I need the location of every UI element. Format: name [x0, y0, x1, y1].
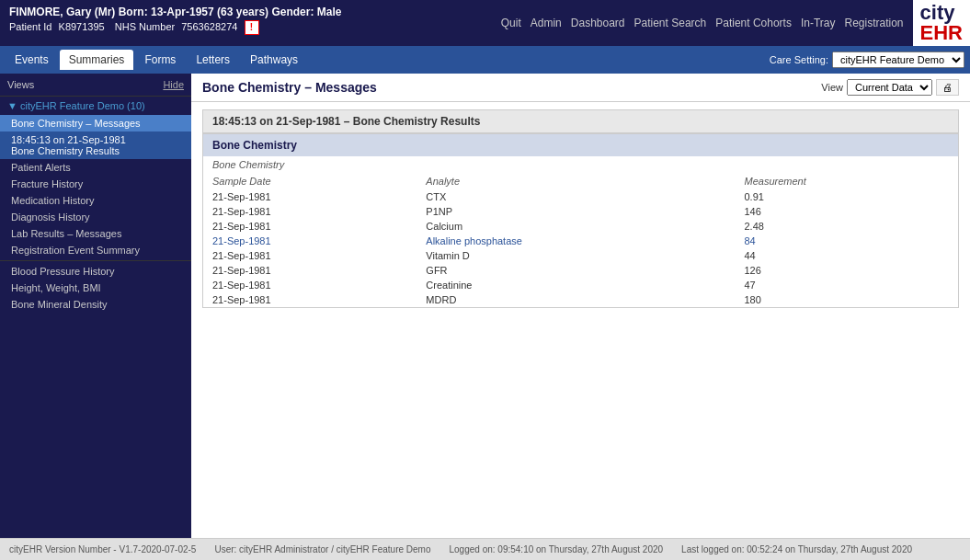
sidebar-item-bone-chemistry-messages[interactable]: Bone Chemistry – Messages [0, 115, 191, 131]
sidebar-item-diagnosis-history[interactable]: Diagnosis History [0, 209, 191, 225]
version-text: cityEHR Version Number - V1.7-2020-07-02… [9, 544, 196, 554]
table-row: 21-Sep-1981P1NP146 [203, 204, 958, 219]
nhs-label: NHS Number [115, 21, 175, 32]
care-setting-label: Care Setting: [770, 54, 828, 65]
logo: city EHR [913, 0, 970, 46]
patient-age: (63 years) [217, 6, 268, 18]
print-button[interactable]: 🖨 [936, 79, 959, 96]
tab-events[interactable]: Events [6, 50, 58, 70]
user-text: User: cityEHR Administrator / cityEHR Fe… [214, 544, 430, 554]
logo-ehr: EHR [920, 21, 963, 44]
table-header-row: Sample Date Analyte Measurement [203, 173, 958, 189]
quit-link[interactable]: Quit [501, 17, 521, 29]
table-row: 21-Sep-1981GFR126 [203, 263, 958, 278]
view-label: View [821, 82, 843, 93]
sidebar-item-height-weight[interactable]: Height, Weight, BMI [0, 280, 191, 296]
content-area: Bone Chemistry – Messages View Current D… [191, 74, 970, 538]
admin-link[interactable]: Admin [531, 17, 562, 29]
col-measurement: Measurement [736, 173, 959, 189]
nav-right: Quit Admin Dashboard Patient Search Pati… [492, 0, 913, 46]
table-row: 21-Sep-1981Creatinine47 [203, 278, 958, 292]
sidebar-item-blood-pressure[interactable]: Blood Pressure History [0, 263, 191, 280]
top-nav: Events Summaries Forms Letters Pathways … [0, 46, 970, 74]
table-row: 21-Sep-1981Alkaline phosphatase84 [203, 234, 958, 248]
logged-on-text: Logged on: 09:54:10 on Thursday, 27th Au… [450, 544, 664, 554]
tab-pathways[interactable]: Pathways [241, 50, 307, 70]
nhs-value: 7563628274 [181, 21, 237, 32]
patient-ids: Patient Id K8971395 NHS Number 756362827… [9, 20, 483, 35]
tab-summaries[interactable]: Summaries [60, 50, 134, 70]
bone-chem-title: Bone Chemistry [203, 134, 958, 156]
sidebar-item-registration-event[interactable]: Registration Event Summary [0, 242, 191, 258]
bone-chem-box: Bone Chemistry Bone Chemistry Sample Dat… [202, 133, 959, 308]
table-body: 21-Sep-1981CTX0.9121-Sep-1981P1NP14621-S… [203, 189, 958, 307]
hide-link[interactable]: Hide [163, 79, 184, 90]
warning-icon: ! [245, 20, 259, 35]
views-label: Views [7, 79, 34, 90]
sidebar-section-label: cityEHR Feature Demo (10) [20, 100, 145, 111]
patient-cohorts-link[interactable]: Patient Cohorts [715, 17, 792, 29]
sidebar-header: Views Hide [0, 74, 191, 97]
last-logged-text: Last logged on: 00:52:24 on Thursday, 27… [681, 544, 912, 554]
patient-born: Born: 13-Apr-1957 [119, 6, 214, 18]
table-row: 21-Sep-1981CTX0.91 [203, 189, 958, 204]
statusbar: cityEHR Version Number - V1.7-2020-07-02… [0, 538, 970, 560]
patient-id-label: Patient Id [9, 21, 51, 32]
sidebar-item-medication-history[interactable]: Medication History [0, 192, 191, 209]
sidebar-item-patient-alerts[interactable]: Patient Alerts [0, 159, 191, 176]
sidebar-item-bone-mineral[interactable]: Bone Mineral Density [0, 296, 191, 313]
sidebar-section[interactable]: ▼ cityEHR Feature Demo (10) [0, 97, 191, 115]
patient-gender: Gender: Male [271, 6, 341, 18]
registration-link[interactable]: Registration [845, 17, 904, 29]
header: FINMORE, Gary (Mr) Born: 13-Apr-1957 (63… [0, 0, 970, 46]
patient-search-link[interactable]: Patient Search [634, 17, 707, 29]
sidebar-item-lab-results[interactable]: Lab Results – Messages [0, 225, 191, 242]
sidebar-item-bone-results[interactable]: 18:45:13 on 21-Sep-1981Bone Chemistry Re… [0, 131, 191, 159]
col-analyte: Analyte [417, 173, 735, 189]
view-controls: View Current Data 🖨 [821, 79, 959, 96]
patient-name-text: FINMORE, Gary (Mr) [9, 6, 115, 18]
message-section: 18:45:13 on 21-Sep-1981 – Bone Chemistry… [202, 109, 959, 308]
patient-name: FINMORE, Gary (Mr) Born: 13-Apr-1957 (63… [9, 6, 483, 18]
patient-id-value: K8971395 [59, 21, 105, 32]
sidebar-item-fracture-history[interactable]: Fracture History [0, 176, 191, 192]
col-sample-date: Sample Date [203, 173, 417, 189]
sidebar: Views Hide ▼ cityEHR Feature Demo (10) B… [0, 74, 191, 538]
page-title: Bone Chemistry – Messages [202, 80, 377, 95]
dashboard-link[interactable]: Dashboard [571, 17, 625, 29]
table-row: 21-Sep-1981MDRD180 [203, 292, 958, 307]
care-setting-select[interactable]: cityEHR Feature Demo [832, 51, 964, 68]
content-header: Bone Chemistry – Messages View Current D… [191, 74, 970, 102]
message-date-header: 18:45:13 on 21-Sep-1981 – Bone Chemistry… [202, 109, 959, 133]
view-select[interactable]: Current Data [847, 79, 932, 96]
care-setting: Care Setting: cityEHR Feature Demo [770, 51, 964, 68]
sidebar-divider [0, 260, 191, 261]
main-layout: Views Hide ▼ cityEHR Feature Demo (10) B… [0, 74, 970, 538]
table-row: 21-Sep-1981Vitamin D44 [203, 248, 958, 263]
tab-forms[interactable]: Forms [135, 50, 185, 70]
logo-text: city EHR [920, 3, 963, 43]
table-row: 21-Sep-1981Calcium2.48 [203, 219, 958, 234]
patient-info: FINMORE, Gary (Mr) Born: 13-Apr-1957 (63… [0, 0, 492, 46]
in-tray-link[interactable]: In-Tray [801, 17, 836, 29]
tab-letters[interactable]: Letters [187, 50, 239, 70]
bone-chem-table: Sample Date Analyte Measurement 21-Sep-1… [203, 173, 958, 307]
bone-chem-subtitle: Bone Chemistry [203, 156, 958, 173]
